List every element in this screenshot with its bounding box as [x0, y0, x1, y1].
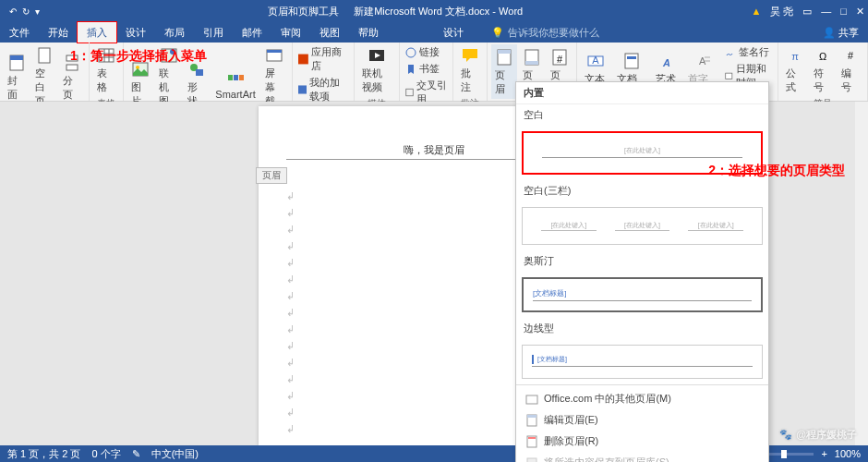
svg-text:A: A — [593, 55, 600, 66]
svg-rect-15 — [196, 69, 203, 76]
title-bar: ↶ ↻ ▾ 页眉和页脚工具 新建Microsoft Word 文档.docx -… — [0, 0, 868, 22]
svg-rect-1 — [10, 55, 23, 60]
ribbon-tabs: 文件 开始 插入 设计 布局 引用 邮件 审阅 视图 帮助 设计 💡告诉我你想要… — [0, 22, 868, 43]
svg-text:A: A — [662, 57, 670, 68]
svg-rect-18 — [239, 75, 244, 80]
store-button[interactable]: 应用商店 — [296, 44, 350, 74]
svg-rect-4 — [66, 65, 78, 70]
svg-rect-28 — [498, 50, 511, 54]
gallery-edit-header[interactable]: 编辑页眉(E) — [516, 409, 768, 431]
maximize-icon[interactable]: □ — [840, 6, 847, 17]
svg-rect-17 — [234, 75, 238, 80]
svg-rect-30 — [525, 61, 538, 65]
lightbulb-icon: 💡 — [491, 27, 504, 39]
warning-icon[interactable]: ▲ — [751, 6, 761, 17]
status-spell-icon[interactable]: ✎ — [132, 448, 140, 460]
group-comments: 批注 批注 — [453, 43, 488, 101]
group-media: 联机视频 媒体 — [355, 43, 401, 101]
svg-rect-22 — [298, 85, 307, 93]
title-center: 页眉和页脚工具 新建Microsoft Word 文档.docx - Word — [40, 5, 751, 18]
number-button[interactable]: #编号 — [838, 44, 863, 96]
zoom-in-icon[interactable]: + — [821, 448, 826, 459]
svg-rect-35 — [625, 54, 638, 68]
paw-icon: 🐾 — [779, 429, 792, 441]
vertical-scrollbar[interactable] — [855, 102, 868, 445]
header-tag: 页眉 — [256, 167, 287, 184]
gallery-footer: Office.com 中的其他页眉(M) 编辑页眉(E) 删除页眉(R) 将所选… — [516, 384, 768, 462]
svg-rect-26 — [406, 89, 414, 96]
undo-icon[interactable]: ↶ — [9, 6, 17, 17]
svg-rect-21 — [298, 55, 308, 65]
hyperlink-button[interactable]: 链接 — [404, 44, 449, 60]
ribbon-options-icon[interactable]: ▭ — [802, 6, 812, 18]
svg-text:Ω: Ω — [819, 51, 826, 62]
svg-rect-48 — [527, 415, 536, 418]
equation-button[interactable]: π公式 — [782, 44, 808, 96]
share-button[interactable]: 👤 共享 — [823, 26, 868, 40]
group-links: 链接 书签 交叉引用 链接 — [400, 43, 453, 101]
gallery-more-office[interactable]: Office.com 中的其他页眉(M) — [516, 388, 768, 409]
status-word-count[interactable]: 0 个字 — [91, 447, 120, 461]
close-icon[interactable]: ✕ — [856, 6, 864, 18]
status-language[interactable]: 中文(中国) — [151, 447, 199, 461]
svg-text:#: # — [557, 54, 563, 65]
header-gallery: 内置 空白 [在此处键入] 空白(三栏) [在此处键入] [在此处键入] [在此… — [515, 81, 769, 462]
tab-help[interactable]: 帮助 — [349, 22, 388, 43]
svg-text:π: π — [791, 51, 799, 62]
symbol-button[interactable]: Ω符号 — [810, 44, 836, 96]
svg-rect-16 — [228, 75, 233, 80]
gallery-section-builtin: 内置 — [516, 82, 768, 104]
gallery-label-blank: 空白 — [516, 104, 768, 126]
gallery-label-austin: 奥斯汀 — [516, 250, 768, 272]
online-video-button[interactable]: 联机视频 — [358, 44, 396, 96]
signature-line-button[interactable]: 签名行 — [723, 44, 774, 60]
tell-me[interactable]: 💡告诉我你想要做什么 — [491, 26, 599, 40]
gallery-remove-header[interactable]: 删除页眉(R) — [516, 431, 768, 452]
svg-rect-46 — [526, 395, 537, 404]
tab-design[interactable]: 设计 — [116, 22, 155, 43]
tab-hf-design[interactable]: 设计 — [434, 22, 473, 43]
redo-icon[interactable]: ↻ — [22, 6, 30, 17]
cover-page-button[interactable]: 封面 — [4, 44, 30, 110]
status-page[interactable]: 第 1 页，共 2 页 — [7, 447, 80, 461]
user-name: 昊 尧 — [770, 5, 793, 18]
tab-file[interactable]: 文件 — [0, 22, 39, 43]
minimize-icon[interactable]: — — [821, 6, 831, 17]
gallery-item-sideline[interactable]: [文档标题] — [522, 345, 763, 379]
header-button[interactable]: 页眉 — [491, 44, 517, 99]
gallery-save-selection: 将所选内容保存到页眉库(S)... — [516, 452, 768, 462]
bookmark-button[interactable]: 书签 — [404, 61, 449, 77]
comment-button[interactable]: 批注 — [457, 44, 483, 96]
svg-rect-2 — [39, 48, 50, 63]
annotation-step2: 2：选择想要的页眉类型 — [708, 163, 845, 179]
zoom-level[interactable]: 100% — [835, 448, 861, 459]
tab-references[interactable]: 引用 — [194, 22, 233, 43]
tab-home[interactable]: 开始 — [39, 22, 78, 43]
my-addins-button[interactable]: 我的加载项 — [296, 75, 350, 104]
title-right: ▲ 昊 尧 ▭ — □ ✕ — [751, 5, 864, 18]
tab-view[interactable]: 视图 — [310, 22, 349, 43]
tab-mail[interactable]: 邮件 — [233, 22, 271, 43]
tab-layout[interactable]: 布局 — [155, 22, 194, 43]
group-symbols: π公式 Ω符号 #编号 符号 — [778, 43, 868, 101]
gallery-item-blank3[interactable]: [在此处键入] [在此处键入] [在此处键入] — [522, 207, 763, 245]
svg-rect-36 — [627, 56, 636, 59]
document-title: 新建Microsoft Word 文档.docx - Word — [354, 5, 523, 18]
context-tool-label: 页眉和页脚工具 — [268, 5, 339, 18]
svg-rect-41 — [726, 73, 732, 79]
tab-review[interactable]: 审阅 — [271, 22, 310, 43]
annotation-step1: 1：第一步选择插入菜单 — [70, 48, 207, 65]
svg-rect-51 — [527, 458, 536, 463]
group-addins: 应用商店 我的加载项 WWikipedia 加载项 — [293, 43, 355, 101]
gallery-item-austin[interactable]: [文档标题] — [522, 277, 763, 312]
svg-point-25 — [406, 48, 416, 57]
gallery-label-blank3: 空白(三栏) — [516, 180, 768, 201]
blank-page-button[interactable]: 空白页 — [31, 44, 57, 110]
svg-text:#: # — [848, 50, 854, 61]
quick-access-toolbar: ↶ ↻ ▾ — [4, 6, 40, 17]
gallery-label-sideline: 边线型 — [516, 318, 768, 339]
watermark: 🐾@程序媛桃子 — [779, 428, 857, 442]
svg-rect-20 — [267, 50, 282, 53]
tab-insert[interactable]: 插入 — [78, 22, 116, 43]
